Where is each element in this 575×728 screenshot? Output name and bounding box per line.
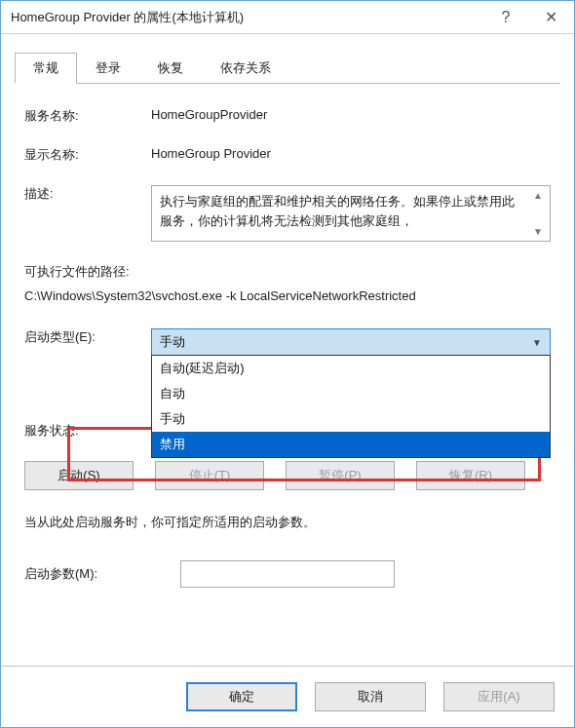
service-status-label: 服务状态: (24, 422, 151, 440)
tab-logon[interactable]: 登录 (77, 53, 139, 84)
startup-option-auto[interactable]: 自动 (152, 381, 550, 406)
dialog-footer: 确定 取消 应用(A) (1, 666, 574, 727)
startup-type-options: 自动(延迟启动) 自动 手动 禁用 (151, 355, 551, 458)
window-title: HomeGroup Provider 的属性(本地计算机) (11, 9, 244, 26)
description-text: 执行与家庭组的配置和维护相关的网络任务。如果停止或禁用此服务，你的计算机将无法检… (160, 194, 515, 228)
exe-path-label: 可执行文件的路径: (24, 263, 551, 281)
startup-option-auto-delayed[interactable]: 自动(延迟启动) (152, 356, 550, 381)
display-name-value: HomeGroup Provider (151, 146, 551, 164)
description-label: 描述: (24, 185, 151, 242)
start-params-input[interactable] (180, 560, 395, 588)
tabs-container: 常规 登录 恢复 依存关系 (1, 34, 574, 84)
display-name-label: 显示名称: (24, 146, 151, 164)
chevron-down-icon: ▼ (532, 337, 542, 348)
scroll-up-icon[interactable]: ▲ (530, 188, 546, 203)
start-params-label: 启动参数(M): (24, 565, 180, 583)
titlebar: HomeGroup Provider 的属性(本地计算机) ? ✕ (1, 1, 574, 34)
service-name-value: HomeGroupProvider (151, 107, 551, 125)
start-params-note: 当从此处启动服务时，你可指定所适用的启动参数。 (24, 514, 551, 531)
tabs: 常规 登录 恢复 依存关系 (15, 52, 560, 84)
properties-dialog: HomeGroup Provider 的属性(本地计算机) ? ✕ 常规 登录 … (0, 0, 575, 728)
startup-type-label: 启动类型(E): (24, 328, 151, 356)
window-controls: ? ✕ (484, 1, 574, 33)
scroll-down-icon[interactable]: ▼ (530, 224, 546, 239)
help-icon[interactable]: ? (484, 1, 527, 33)
start-params-row: 启动参数(M): (24, 560, 551, 588)
display-name-row: 显示名称: HomeGroup Provider (24, 146, 551, 164)
startup-type-row: 启动类型(E): 手动 ▼ 自动(延迟启动) 自动 手动 禁用 (24, 328, 551, 356)
cancel-button[interactable]: 取消 (315, 682, 426, 711)
description-row: 描述: 执行与家庭组的配置和维护相关的网络任务。如果停止或禁用此服务，你的计算机… (24, 185, 551, 242)
startup-option-disabled[interactable]: 禁用 (152, 432, 550, 457)
tab-content: 服务名称: HomeGroupProvider 显示名称: HomeGroup … (1, 84, 574, 666)
ok-button[interactable]: 确定 (186, 682, 297, 711)
description-textarea[interactable]: 执行与家庭组的配置和维护相关的网络任务。如果停止或禁用此服务，你的计算机将无法检… (151, 185, 551, 242)
pause-button: 暂停(P) (286, 461, 395, 490)
service-name-label: 服务名称: (24, 107, 151, 125)
start-button[interactable]: 启动(S) (24, 461, 134, 490)
tab-dependencies[interactable]: 依存关系 (202, 53, 289, 84)
service-control-buttons: 启动(S) 停止(T) 暂停(P) 恢复(R) (24, 461, 551, 490)
stop-button: 停止(T) (155, 461, 264, 490)
close-icon[interactable]: ✕ (527, 1, 574, 33)
resume-button: 恢复(R) (416, 461, 525, 490)
startup-type-select-wrap: 手动 ▼ 自动(延迟启动) 自动 手动 禁用 (151, 328, 551, 356)
tab-general[interactable]: 常规 (15, 53, 77, 84)
apply-button: 应用(A) (443, 682, 555, 711)
startup-type-selected: 手动 (160, 333, 185, 351)
tab-recovery[interactable]: 恢复 (139, 53, 202, 84)
startup-option-manual[interactable]: 手动 (152, 406, 550, 432)
service-name-row: 服务名称: HomeGroupProvider (24, 107, 551, 125)
exe-path-value: C:\Windows\System32\svchost.exe -k Local… (24, 288, 551, 303)
startup-type-select[interactable]: 手动 ▼ (151, 328, 551, 356)
